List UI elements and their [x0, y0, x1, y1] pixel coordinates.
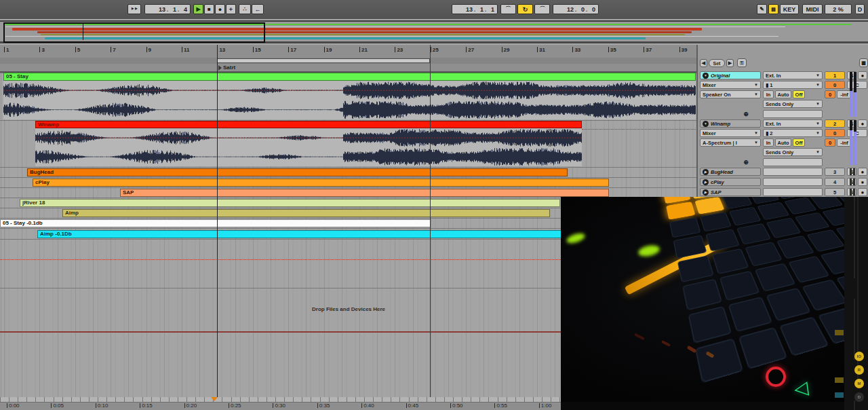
key-map-button[interactable]: KEY: [780, 4, 799, 14]
show-hide-m-button[interactable]: M: [854, 379, 864, 388]
pencil-draw-icon[interactable]: ✎: [757, 4, 767, 14]
routing-box[interactable]: [763, 178, 823, 186]
arrangement-overview[interactable]: [0, 20, 868, 43]
clip-sap[interactable]: SAP: [120, 189, 609, 197]
fold-track-icon[interactable]: ▶: [703, 169, 709, 175]
gain-field[interactable]: 0: [825, 138, 835, 147]
bar-number-label: 29: [502, 47, 510, 53]
push-pad: [728, 297, 772, 332]
track-number-badge[interactable]: 4: [825, 178, 845, 186]
back-to-arrangement-button[interactable]: ←: [252, 4, 264, 14]
monitor-off-button[interactable]: Off: [793, 90, 805, 98]
clip-05-stay-0-1db[interactable]: 05 - Stay -0.1db: [0, 219, 431, 227]
arm-button[interactable]: ●: [858, 71, 867, 79]
track-header-winamp[interactable]: ▼Winamp: [700, 119, 761, 128]
output-routing-chooser[interactable]: Sends Only▼: [763, 100, 823, 108]
input-channel-chooser[interactable]: ▮ 1▼: [763, 81, 823, 89]
loop-start-display[interactable]: 13. 1. 1: [452, 4, 498, 14]
record-button[interactable]: ●: [215, 4, 225, 14]
push-pad: [673, 235, 707, 259]
input-channel-chooser[interactable]: ▮ 2▼: [763, 129, 823, 137]
send-a-knob[interactable]: 0: [825, 81, 845, 89]
stop-button[interactable]: ■: [204, 4, 214, 14]
loop-length-display[interactable]: 12. 0. 0: [553, 4, 599, 14]
show-hide-r-button[interactable]: R: [854, 365, 864, 375]
track-name: Original: [711, 73, 730, 79]
add-automation-lane-button[interactable]: ⊕: [741, 158, 751, 166]
unfold-track-icon[interactable]: ▼: [703, 73, 709, 79]
arrangement-position-display[interactable]: 13. 1. 4: [144, 4, 191, 14]
monitor-in-button[interactable]: In: [763, 90, 774, 98]
input-routing-chooser[interactable]: Ext. In▼: [763, 119, 823, 128]
prev-locator-button[interactable]: ◀: [700, 59, 707, 67]
clip-bughead[interactable]: BugHead: [27, 168, 568, 176]
chevron-down-icon: ▼: [754, 131, 758, 135]
loop-button[interactable]: ↻: [517, 4, 533, 14]
fold-track-icon[interactable]: ▶: [703, 189, 709, 195]
sub-device-chooser[interactable]: Speaker On▼: [700, 90, 761, 98]
overview-view-box[interactable]: [3, 22, 265, 43]
clip-winamp[interactable]: Winamp: [35, 121, 582, 128]
bar-number-label: 5: [75, 47, 80, 53]
computer-midi-keyboard-button[interactable]: ▤: [768, 4, 778, 14]
add-automation-lane-button[interactable]: ⊕: [741, 110, 751, 118]
punch-out-button[interactable]: ⌒: [534, 4, 550, 14]
clip-aimp[interactable]: Aimp: [62, 209, 550, 217]
show-hide-io-button[interactable]: IO: [854, 352, 864, 361]
overdub-button[interactable]: +: [226, 4, 236, 14]
sub-device-chooser[interactable]: A-Spectrum | I▼: [700, 138, 761, 147]
io-grid-icon[interactable]: ▦: [859, 58, 868, 67]
send-a-knob[interactable]: 0: [825, 129, 845, 137]
monitor-auto-button[interactable]: Auto: [775, 90, 791, 98]
track-number-badge[interactable]: 2: [825, 119, 845, 128]
empty-chooser[interactable]: [763, 158, 823, 166]
routing-box[interactable]: [763, 188, 823, 196]
punch-in-button[interactable]: ⌒: [500, 4, 516, 14]
track-name: SAP: [711, 189, 721, 195]
follow-button[interactable]: ‣‣: [127, 4, 141, 14]
track-header-original[interactable]: ▼Original: [700, 71, 761, 79]
draw-mode-button[interactable]: ∴: [239, 4, 251, 14]
next-locator-button[interactable]: ▶: [726, 59, 734, 67]
clip-jriver-18[interactable]: jRiver 18: [20, 199, 560, 207]
show-hide-d-button[interactable]: D: [854, 392, 864, 402]
arm-button[interactable]: ●: [858, 178, 867, 186]
track-number-badge[interactable]: 1: [825, 71, 845, 79]
empty-chooser[interactable]: [763, 110, 823, 118]
locator-row[interactable]: Satrt: [0, 64, 696, 73]
monitor-off-button[interactable]: Off: [793, 138, 805, 147]
mini-level-meter: [850, 189, 856, 195]
arm-button[interactable]: ●: [858, 188, 867, 196]
lock-envelopes-icon[interactable]: ⚿: [737, 58, 747, 67]
track-header-sap[interactable]: ▶SAP: [700, 188, 761, 196]
track-name: BugHead: [711, 169, 733, 175]
monitor-auto-button[interactable]: Auto: [775, 138, 791, 147]
beat-time-ruler[interactable]: 13579111315171921232527293133353739: [0, 45, 696, 58]
clip-aimp-0-1db[interactable]: Aimp -0.1Db: [37, 230, 561, 238]
track-header-cplay[interactable]: ▶cPlay: [700, 178, 761, 186]
push-pad: [766, 288, 811, 321]
play-button[interactable]: ▶: [193, 4, 203, 14]
routing-box[interactable]: [763, 168, 823, 176]
unfold-track-icon[interactable]: ▼: [703, 121, 709, 127]
overview-playhead: [83, 22, 83, 40]
loop-brace[interactable]: [217, 58, 430, 63]
device-chooser[interactable]: Mixer▼: [700, 81, 761, 89]
device-chooser[interactable]: Mixer▼: [700, 129, 761, 137]
arm-button[interactable]: ●: [858, 168, 867, 176]
locator-marker[interactable]: Satrt: [218, 64, 235, 71]
arm-button[interactable]: ●: [858, 119, 867, 128]
gain-field[interactable]: 0: [825, 90, 835, 98]
fold-track-icon[interactable]: ▶: [703, 179, 709, 185]
input-routing-chooser[interactable]: Ext. In▼: [763, 71, 823, 79]
track-header-bughead[interactable]: ▶BugHead: [700, 168, 761, 176]
output-routing-chooser[interactable]: Sends Only▼: [763, 148, 823, 156]
midi-map-button[interactable]: MIDI: [802, 4, 823, 14]
monitor-in-button[interactable]: In: [763, 138, 774, 147]
track-number-badge[interactable]: 3: [825, 168, 845, 176]
set-locator-button[interactable]: Set: [709, 59, 725, 67]
clip-cplay[interactable]: cPlay: [33, 179, 609, 187]
track-number-badge[interactable]: 5: [825, 188, 845, 196]
clip-05-stay[interactable]: 05 - Stay: [3, 73, 696, 81]
bar-number-label: 39: [679, 47, 688, 53]
